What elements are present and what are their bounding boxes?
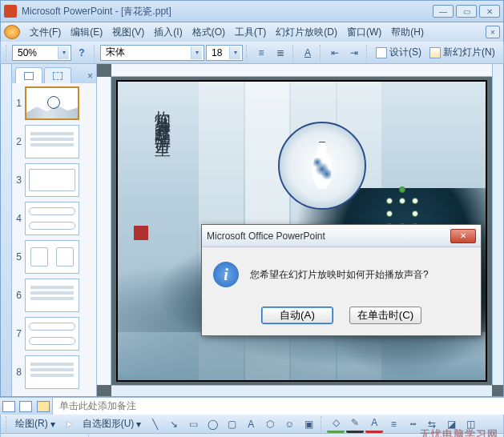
view-buttons xyxy=(0,398,53,415)
oval-icon[interactable]: ◯ xyxy=(204,415,221,433)
menu-file[interactable]: 文件(F) xyxy=(25,23,66,42)
close-button[interactable]: ✕ xyxy=(479,5,500,18)
textbox-icon[interactable]: ▢ xyxy=(223,415,240,433)
draw-menu[interactable]: 绘图(R) ▾ xyxy=(12,415,58,433)
watermark: 无忧电脑学习网www.wcrain.com xyxy=(420,427,498,437)
office-button[interactable] xyxy=(4,25,20,39)
diagram-icon[interactable]: ⬡ xyxy=(261,415,279,433)
slide-canvas: 炊烟袅袅升起隔江千万里 Microsoft Office PowerPoint … xyxy=(97,64,503,396)
thumbnail-list[interactable]: 12345678 xyxy=(12,83,96,396)
font-name-value: 宋体 xyxy=(106,46,125,59)
thumbnail-4[interactable]: 4 xyxy=(14,202,95,235)
slideshow-view-button[interactable] xyxy=(37,401,50,412)
dialog-titlebar[interactable]: Microsoft Office PowerPoint ✕ xyxy=(202,225,481,247)
sound-dialog: Microsoft Office PowerPoint ✕ i 您希望在幻灯片放… xyxy=(201,224,482,336)
minimize-button[interactable]: ― xyxy=(433,5,454,18)
panel-close-icon[interactable]: × xyxy=(84,69,96,83)
menu-bar: 文件(F) 编辑(E) 视图(V) 插入(I) 格式(O) 工具(T) 幻灯片放… xyxy=(0,22,504,42)
app-icon xyxy=(4,5,17,18)
menu-view[interactable]: 视图(V) xyxy=(107,23,149,42)
thumbnail-3[interactable]: 3 xyxy=(14,163,95,197)
window-title: Microsoft PowerPoint - [青花瓷.ppt] xyxy=(22,5,433,18)
menu-slideshow[interactable]: 幻灯片放映(D) xyxy=(271,23,342,42)
dialog-auto-button[interactable]: 自动(A) xyxy=(261,307,333,324)
vase-medallion xyxy=(278,122,366,210)
workspace: × 12345678 炊烟袅袅升起隔江千万里 xyxy=(0,64,504,397)
font-grow-icon[interactable]: A xyxy=(299,44,317,62)
chevron-down-icon[interactable]: ▾ xyxy=(229,46,240,59)
thumbnail-8[interactable]: 8 xyxy=(14,355,95,389)
menu-tools[interactable]: 工具(T) xyxy=(230,23,271,42)
thumbnail-2[interactable]: 2 xyxy=(14,125,95,158)
menu-edit[interactable]: 编辑(E) xyxy=(66,23,107,42)
font-size-value: 18 xyxy=(212,47,222,58)
scrollbar-vertical[interactable] xyxy=(492,64,503,385)
picture-icon[interactable]: ▣ xyxy=(300,415,317,433)
info-icon: i xyxy=(213,262,239,287)
arrow-icon[interactable]: ↘ xyxy=(165,415,183,433)
increase-indent-icon[interactable]: ⇥ xyxy=(345,44,363,62)
rectangle-icon[interactable]: ▭ xyxy=(184,415,202,433)
bullets-icon[interactable]: ≡ xyxy=(252,44,270,62)
scrollbar-horizontal[interactable] xyxy=(111,385,492,396)
zoom-value: 50% xyxy=(18,47,37,58)
font-color-icon[interactable]: A xyxy=(365,415,383,433)
dialog-message: 您希望在幻灯片放映时如何开始播放声音? xyxy=(250,268,429,282)
seal-stamp xyxy=(134,226,148,240)
decrease-indent-icon[interactable]: ⇤ xyxy=(326,44,344,62)
formatting-toolbar: 50% ▾ ? 宋体 ▾ 18 ▾ ≡ ≣ A ⇤ ⇥ 设计(S) 新幻灯片(N… xyxy=(0,42,504,64)
doc-close-button[interactable]: × xyxy=(486,26,500,38)
line-style-icon[interactable]: ≡ xyxy=(385,415,402,433)
line-color-icon[interactable]: ✎ xyxy=(346,415,364,433)
zoom-combo[interactable]: 50% ▾ xyxy=(12,45,71,61)
panel-tabs: × xyxy=(12,64,96,83)
thumbnail-1[interactable]: 1 xyxy=(14,86,95,120)
rotate-handle[interactable] xyxy=(399,186,405,193)
help-icon[interactable]: ? xyxy=(73,44,91,62)
window-titlebar: Microsoft PowerPoint - [青花瓷.ppt] ― ▭ ✕ xyxy=(0,0,504,22)
notes-placeholder[interactable]: 单击此处添加备注 xyxy=(53,399,504,413)
maximize-button[interactable]: ▭ xyxy=(456,5,477,18)
menu-insert[interactable]: 插入(I) xyxy=(149,23,187,42)
notes-bar: 单击此处添加备注 xyxy=(0,397,504,415)
dialog-close-button[interactable]: ✕ xyxy=(450,229,476,243)
design-button[interactable]: 设计(S) xyxy=(373,43,425,62)
font-name-combo[interactable]: 宋体 ▾ xyxy=(100,45,204,61)
ruler-horizontal xyxy=(111,64,492,77)
thumbnail-7[interactable]: 7 xyxy=(14,317,95,351)
select-arrow-icon[interactable]: ➤ xyxy=(60,415,78,433)
tab-outline[interactable] xyxy=(44,67,71,83)
slide-panel: × 12345678 xyxy=(12,64,97,396)
status-template: 1_默认设计模板 xyxy=(89,434,423,437)
view-strip xyxy=(1,64,12,396)
ruler-vertical xyxy=(97,77,111,385)
fill-color-icon[interactable]: ◇ xyxy=(327,415,345,433)
new-slide-button[interactable]: 新幻灯片(N) xyxy=(426,43,498,62)
sorter-view-button[interactable] xyxy=(19,401,32,412)
font-size-combo[interactable]: 18 ▾ xyxy=(206,45,243,61)
line-icon[interactable]: ╲ xyxy=(146,415,163,433)
calligraphy-text: 炊烟袅袅升起隔江千万里 xyxy=(150,98,175,133)
status-bar: 幻灯片 1 / 15 1_默认设计模板 中文 (中国) 无忧电脑学习网www.w… xyxy=(0,434,504,437)
chevron-down-icon[interactable]: ▾ xyxy=(191,46,202,59)
autoshapes-menu[interactable]: 自选图形(U) ▾ xyxy=(79,415,145,433)
thumbnail-6[interactable]: 6 xyxy=(14,279,95,312)
clipart-icon[interactable]: ☺ xyxy=(280,415,298,433)
thumbnail-5[interactable]: 5 xyxy=(14,240,95,274)
numbering-icon[interactable]: ≣ xyxy=(272,44,289,62)
menu-format[interactable]: 格式(O) xyxy=(187,23,230,42)
status-slide-info: 幻灯片 1 / 15 xyxy=(1,434,89,437)
wordart-icon[interactable]: A xyxy=(242,415,260,433)
tab-slides[interactable] xyxy=(15,67,42,83)
dialog-title: Microsoft Office PowerPoint xyxy=(207,231,450,242)
menu-window[interactable]: 窗口(W) xyxy=(342,23,386,42)
menu-help[interactable]: 帮助(H) xyxy=(386,23,429,42)
chevron-down-icon[interactable]: ▾ xyxy=(58,46,69,59)
dialog-onclick-button[interactable]: 在单击时(C) xyxy=(349,307,421,324)
normal-view-button[interactable] xyxy=(2,401,15,412)
